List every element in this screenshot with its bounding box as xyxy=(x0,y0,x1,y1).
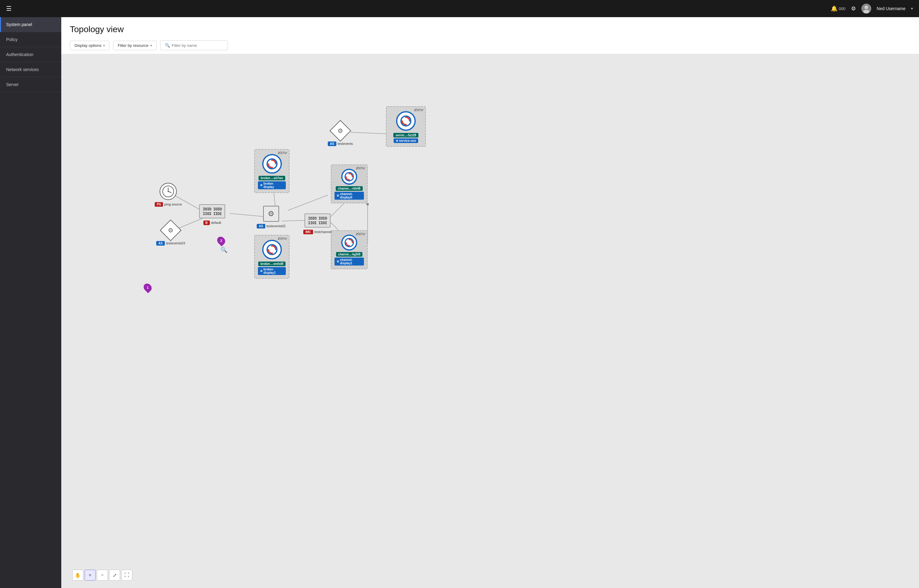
broker-sb7wv-refresh-icon xyxy=(262,154,282,174)
toolbar: Display options ▾ Filter by resource ▾ 🔍 xyxy=(61,38,919,54)
broker-xmhd8-corner-expand[interactable]: ⤢ xyxy=(285,237,287,240)
zoom-indicator-icon: 🔍 xyxy=(221,247,227,253)
channel-rkb48-rev-badge: channe...-rkb48 xyxy=(336,186,362,191)
fullscreen-icon: ⛶ xyxy=(124,572,129,578)
testevents03-gear-icon: ⚙ xyxy=(168,227,173,234)
testevents03-node[interactable]: ⚙ AS testevents03 xyxy=(156,221,185,246)
default-broker-node[interactable]: IOIO IOIOIIOI IIOI B default xyxy=(199,204,225,225)
channel-kg5t9-refresh-icon xyxy=(341,234,357,250)
sidebar-item-server[interactable]: Server xyxy=(0,77,61,92)
ping-source-label: ping-source xyxy=(164,202,182,206)
testevents03-diamond: ⚙ xyxy=(162,221,180,239)
channel-rkb48-node[interactable]: 100% ⤢ ⤢ channe...-rkb48 channel-disp xyxy=(331,165,368,204)
filter-resource-chevron: ▾ xyxy=(150,44,152,47)
broker-xmhd8-ksvc-badge: broker-display1 xyxy=(258,267,286,275)
testevents-gear-icon: ⚙ xyxy=(338,127,343,134)
broker-sb7wv-node[interactable]: 100% ⤢ ⤢ broker...-sb7wv broker-displ xyxy=(254,149,289,193)
sidebar: System panel Policy Authentication Netwo… xyxy=(0,17,61,588)
channel-rkb48-ksvc-badge: channel-display0 xyxy=(334,192,364,200)
fullscreen-button[interactable]: ⛶ xyxy=(121,570,132,581)
map-pin-1[interactable]: 1 xyxy=(144,283,151,292)
broker-sb7wv-ksvc-badge: broker-display xyxy=(258,181,286,189)
testevents-label: testevents xyxy=(338,142,353,145)
svg-line-6 xyxy=(351,132,388,134)
page-header: Topology view xyxy=(61,17,919,38)
page-title: Topology view xyxy=(70,24,911,34)
sidebar-item-policy[interactable]: Policy xyxy=(0,32,61,47)
service-one-refresh-icon xyxy=(396,111,416,131)
filter-by-name-input-wrapper: 🔍 xyxy=(160,40,228,50)
testevents02-label: testevents02 xyxy=(266,224,286,228)
ping-source-ps-badge: PS xyxy=(155,202,163,207)
service-one-ksvc-badge: service-one xyxy=(394,139,418,143)
sidebar-item-authentication[interactable]: Authentication xyxy=(0,47,61,62)
service-one-node[interactable]: 100% ⤢ ⤢ servic...-5zz28 service-one xyxy=(386,106,426,147)
user-menu-chevron[interactable]: ▾ xyxy=(911,6,913,11)
bell-icon: 🔔 xyxy=(831,5,838,12)
content-area: Topology view Display options ▾ Filter b… xyxy=(61,17,919,588)
broker-sb7wv-expand-icon[interactable]: ⤢ xyxy=(278,151,280,155)
connector-lines xyxy=(61,54,919,588)
testchannel-label: testchannel xyxy=(314,230,331,234)
channel-rkb48-corner-expand[interactable]: ⤢ xyxy=(363,166,366,170)
testevents-node[interactable]: ⚙ AS testevents xyxy=(328,121,353,146)
search-icon: 🔍 xyxy=(165,43,170,48)
zoom-in-icon: + xyxy=(89,572,91,578)
notification-count: 000 xyxy=(839,6,845,11)
zoom-out-icon: − xyxy=(101,572,103,578)
channel-kg5t9-expand-icon[interactable]: ⤢ xyxy=(356,232,359,236)
zoom-in-button[interactable]: + xyxy=(84,570,95,581)
svg-point-34 xyxy=(168,191,169,192)
svg-point-15 xyxy=(367,203,369,205)
testevents03-as-badge: AS xyxy=(156,241,165,246)
broker-sb7wv-rev-badge: broker...-sb7wv xyxy=(258,176,285,180)
channel-kg5t9-rev-badge: channe...-kg5t9 xyxy=(336,252,363,257)
channel-rkb48-expand-icon[interactable]: ⤢ xyxy=(356,166,359,170)
fit-button[interactable]: ⤢ xyxy=(109,570,120,581)
testevents-as-badge: AS xyxy=(328,142,336,146)
pan-icon: ✋ xyxy=(75,572,81,578)
topnav-right: 🔔 000 ⚙ Ned Username ▾ xyxy=(831,4,913,13)
svg-line-8 xyxy=(288,195,328,210)
bottom-toolbar: ✋ + − ⤢ ⛶ xyxy=(72,570,132,581)
pan-tool-button[interactable]: ✋ xyxy=(72,570,83,581)
broker-xmhd8-refresh-icon xyxy=(262,240,282,259)
top-navigation: ☰ 🔔 000 ⚙ Ned Username ▾ xyxy=(0,0,919,17)
channel-rkb48-refresh-icon xyxy=(341,169,357,185)
svg-point-2 xyxy=(863,10,869,13)
channel-kg5t9-corner-expand[interactable]: ⤢ xyxy=(363,232,366,236)
service-one-corner-expand[interactable]: ⤢ xyxy=(422,108,424,111)
broker-xmhd8-node[interactable]: 100% ⤢ ⤢ broker...-xmhd8 broker-displ xyxy=(254,235,289,279)
map-pin-2[interactable]: 2 xyxy=(218,236,225,245)
service-one-rev-badge: servic...-5zz28 xyxy=(393,133,418,137)
pin-1-number: 1 xyxy=(147,286,149,289)
avatar xyxy=(861,4,871,13)
service-one-expand-icon[interactable]: ⤢ xyxy=(414,108,417,112)
pin-2-number: 2 xyxy=(220,239,222,242)
topology-canvas[interactable]: 100% ⤢ ⤢ servic...-5zz28 service-one xyxy=(61,54,919,588)
sidebar-item-network-services[interactable]: Network services xyxy=(0,62,61,77)
ping-source-node[interactable]: PS ping-source xyxy=(155,183,182,207)
display-options-button[interactable]: Display options ▾ xyxy=(70,41,109,50)
filter-by-name-input[interactable] xyxy=(172,43,223,48)
zoom-out-button[interactable]: − xyxy=(97,570,108,581)
ping-source-clock-icon xyxy=(160,183,177,200)
default-b-badge: B xyxy=(204,221,210,225)
testevents02-as-badge: AS xyxy=(257,224,265,228)
testevents03-label: testevents03 xyxy=(166,241,185,245)
svg-point-1 xyxy=(864,5,868,9)
channel-kg5t9-node[interactable]: 100% ⤢ ⤢ channe...-kg5t9 channel-disp xyxy=(331,230,368,269)
broker-sb7wv-corner-expand[interactable]: ⤢ xyxy=(285,151,287,154)
broker-xmhd8-expand-icon[interactable]: ⤢ xyxy=(278,237,280,241)
settings-icon[interactable]: ⚙ xyxy=(851,5,856,12)
testchannel-node[interactable]: IOIO IOIOIIOI IIOI IMC testchannel xyxy=(303,213,332,234)
testevents02-node[interactable]: ⚙ AS testevents02 xyxy=(257,206,286,228)
username-label: Ned Username xyxy=(877,6,906,11)
testevents-diamond: ⚙ xyxy=(331,121,349,140)
sidebar-item-system-panel[interactable]: System panel xyxy=(0,17,61,32)
filter-by-resource-button[interactable]: Filter by resource ▾ xyxy=(113,41,156,50)
notifications-area[interactable]: 🔔 000 xyxy=(831,5,845,12)
channel-kg5t9-ksvc-badge: channel-display1 xyxy=(334,258,364,265)
hamburger-menu[interactable]: ☰ xyxy=(6,5,11,12)
display-options-chevron: ▾ xyxy=(103,44,105,47)
